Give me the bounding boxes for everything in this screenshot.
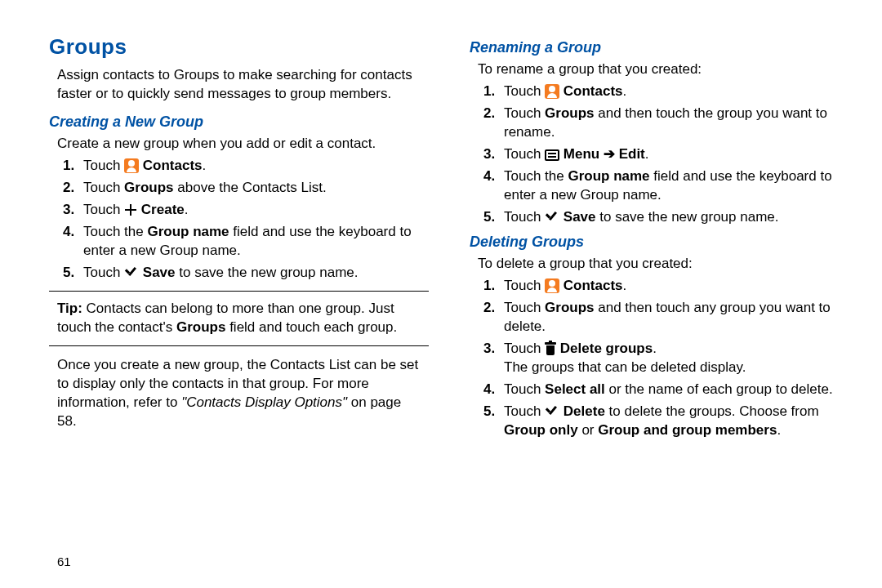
subheading-creating: Creating a New Group	[49, 112, 429, 131]
contacts-icon	[124, 158, 139, 173]
contacts-icon	[545, 278, 559, 293]
section-title-groups: Groups	[49, 33, 429, 61]
post-note: Once you create a new group, the Contact…	[57, 356, 421, 431]
deleting-steps: Touch Contacts. Touch Groups and then to…	[479, 277, 849, 440]
step-2: Touch Groups and then touch the group yo…	[499, 105, 849, 142]
step-1: Touch Contacts.	[499, 277, 849, 296]
plus-icon	[124, 203, 137, 216]
step-2: Touch Groups and then touch any group yo…	[499, 299, 849, 336]
contacts-label: Contacts	[143, 158, 203, 173]
groups-intro: Assign contacts to Groups to make search…	[57, 66, 429, 104]
subheading-renaming: Renaming a Group	[470, 38, 849, 57]
renaming-lead: To rename a group that you created:	[478, 60, 849, 79]
tip-block: Tip: Contacts can belong to more than on…	[57, 300, 421, 337]
step-4: Touch the Group name field and use the k…	[78, 223, 429, 261]
contacts-icon	[545, 84, 559, 99]
crossref: "Contacts Display Options"	[181, 394, 347, 410]
check-icon	[545, 212, 559, 223]
left-column: Groups Assign contacts to Groups to make…	[49, 33, 429, 443]
arrow-icon: ➔	[599, 146, 618, 162]
step-1: Touch Contacts.	[499, 82, 849, 101]
step-4: Touch Select all or the name of each gro…	[499, 381, 849, 399]
step-3: Touch Create.	[78, 201, 429, 220]
divider	[49, 345, 429, 346]
page-number: 61	[57, 554, 71, 570]
right-column: Renaming a Group To rename a group that …	[470, 33, 849, 443]
check-icon	[124, 267, 139, 278]
menu-icon	[545, 149, 559, 161]
creating-steps: Touch Contacts. Touch Groups above the C…	[59, 157, 429, 283]
step-3: Touch Menu ➔ Edit.	[499, 145, 849, 164]
renaming-steps: Touch Contacts. Touch Groups and then to…	[479, 82, 849, 227]
step-text: Touch	[83, 158, 124, 173]
creating-lead: Create a new group when you add or edit …	[57, 135, 429, 154]
step-3: Touch Delete groups. The groups that can…	[499, 340, 849, 377]
step-5: Touch Save to save the new group name.	[499, 208, 849, 227]
deleting-lead: To delete a group that you created:	[478, 255, 849, 274]
divider	[49, 291, 429, 292]
step-1: Touch Contacts.	[78, 157, 429, 176]
trash-icon	[545, 342, 556, 355]
step-5: Touch Delete to delete the groups. Choos…	[499, 403, 849, 440]
subheading-deleting: Deleting Groups	[470, 232, 849, 252]
step-4: Touch the Group name field and use the k…	[499, 167, 849, 205]
manual-page: Groups Assign contacts to Groups to make…	[0, 0, 882, 588]
step-5: Touch Save to save the new group name.	[78, 264, 429, 283]
step-2: Touch Groups above the Contacts List.	[78, 179, 429, 198]
check-icon	[545, 406, 559, 417]
